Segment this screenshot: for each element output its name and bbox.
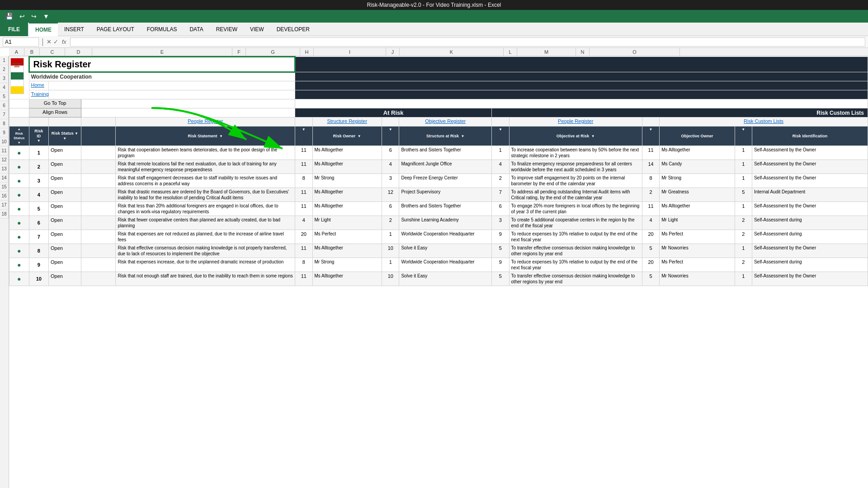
table-row: ● 7 Open Risk that expenses are not redu… (9, 230, 868, 244)
objective-at-risk-col-header: Objective at Risk ▼ (509, 127, 642, 146)
objective-owner-cell: Ms Alltogether (660, 202, 735, 216)
formula-input[interactable] (70, 38, 865, 47)
tab-developer[interactable]: DEVELOPER (270, 23, 316, 36)
row-7: People Register Structure Register Objec… (9, 117, 868, 127)
status-sort-col: ▲ RiskStatus ▼ (9, 127, 29, 146)
col-header-B[interactable]: B (24, 48, 40, 56)
formula-bar: | ✕ ✓ fx (0, 36, 868, 48)
people-register-link-1[interactable]: People Register (188, 118, 223, 124)
tab-data[interactable]: DATA (183, 23, 209, 36)
col-header-E[interactable]: E (92, 48, 232, 56)
objective-register-link-cell[interactable]: Objective Register (399, 117, 492, 127)
objective-at-risk-cell: To create 5 additional cooperative cente… (509, 216, 642, 230)
col-header-C[interactable]: C (40, 48, 65, 56)
structure-register-link[interactable]: Structure Register (327, 118, 367, 124)
people-register-link-2[interactable]: People Register (558, 118, 593, 124)
col-header-F[interactable]: F (232, 48, 246, 56)
tab-file[interactable]: FILE (0, 23, 28, 36)
status-indicator: ● (9, 145, 29, 160)
structure-at-risk-col-header: Structure at Risk ▼ (399, 127, 492, 146)
row-num-18: 18 (0, 210, 9, 219)
risk-id-cell: 6 (29, 216, 49, 230)
formula-cancel-icon[interactable]: ✕ (47, 38, 52, 45)
tab-view[interactable]: VIEW (244, 23, 270, 36)
objective-owner-cell: Ms Perfect (660, 230, 735, 244)
tab-insert[interactable]: INSERT (58, 23, 90, 36)
risk-owner-cell: Mr Light (312, 216, 382, 230)
risk-status-cell: Open (49, 202, 81, 216)
owner-num-cell: 20 (295, 230, 312, 244)
save-icon[interactable]: 💾 (4, 12, 15, 21)
home-link[interactable]: Home (31, 82, 44, 88)
main-table: risk manage able. Risk Register Worldwid… (9, 56, 868, 286)
structure-at-risk-cell: Deep Freeze Energy Center (399, 174, 492, 188)
status-green-dot: ● (17, 247, 21, 254)
fx-label: fx (62, 38, 66, 45)
risk-statement-cell: Risk that staff engagement decreases due… (116, 174, 295, 188)
risk-custom-lists-link-cell[interactable]: Risk Custom Lists (660, 117, 868, 127)
objective-owner-cell: Mr Greatness (660, 188, 735, 202)
subtitle-cell: Worldwide Cooperation (29, 72, 295, 81)
risk-id-cell: 7 (29, 230, 49, 244)
header-dark-2 (295, 72, 868, 81)
formula-divider: | (42, 37, 44, 47)
col-header-H[interactable]: H (300, 48, 314, 56)
table-row: ● 6 Open Risk that fewer cooperative cen… (9, 216, 868, 230)
objective-num-cell: 5 (492, 272, 509, 286)
row-num-16: 16 (0, 192, 9, 201)
structure-num-cell: 10 (382, 272, 399, 286)
col-header-A[interactable]: A (9, 48, 24, 56)
redo-icon[interactable]: ↪ (29, 12, 38, 21)
training-link[interactable]: Training (31, 91, 49, 97)
risk-register-title: Risk Register (29, 57, 295, 72)
risk-identification-cell: Internal Audit Department (752, 188, 868, 202)
cell-reference-input[interactable] (3, 38, 39, 47)
customize-icon[interactable]: ▼ (41, 12, 51, 21)
home-link-cell[interactable]: Home (29, 81, 49, 90)
people-register-link-2-cell[interactable]: People Register (509, 117, 642, 127)
risk-id-cell: 10 (29, 272, 49, 286)
row-num-8: 8 (0, 119, 9, 128)
risk-identification-cell: Self-Assessment by the Owner (752, 160, 868, 174)
col-header-J[interactable]: J (386, 48, 400, 56)
tab-home[interactable]: HOME (29, 23, 58, 36)
formula-confirm-icon[interactable]: ✓ (53, 38, 58, 45)
risk-owner-col-header: Risk Owner ▼ (312, 127, 382, 146)
column-header-row: ▲ RiskStatus ▼ RiskID ▼ Risk Status ▼ (9, 127, 868, 146)
row-num-4: 4 (0, 83, 9, 92)
col-header-D[interactable]: D (65, 48, 92, 56)
col-header-I[interactable]: I (314, 48, 386, 56)
owner-num-cell: 11 (295, 160, 312, 174)
objective-at-risk-cell: To reduce expenses by 10% relative to ou… (509, 258, 642, 272)
risk-statement-cell: Risk that fewer cooperative centers than… (116, 216, 295, 230)
structure-num-cell: 12 (382, 188, 399, 202)
objective-owner-cell: Mr Strong (660, 174, 735, 188)
objective-register-link[interactable]: Objective Register (425, 118, 466, 124)
col-header-O[interactable]: O (590, 48, 680, 56)
table-row: ● 5 Open Risk that less than 20% additio… (9, 202, 868, 216)
people-register-link-1-cell[interactable]: People Register (116, 117, 295, 127)
structure-register-link-cell[interactable]: Structure Register (312, 117, 382, 127)
structure-num-cell: 4 (382, 160, 399, 174)
col-header-N[interactable]: N (576, 48, 590, 56)
col-header-M[interactable]: M (517, 48, 576, 56)
align-rows-button[interactable]: Align Rows (29, 108, 81, 117)
status-indicator: ● (9, 258, 29, 272)
col-header-K[interactable]: K (400, 48, 504, 56)
go-to-top-button[interactable]: Go To Top (29, 99, 81, 108)
objective-owner-cell: Ms Alltogether (660, 145, 735, 160)
row-num-6: 6 (0, 101, 9, 110)
structure-num-cell: 1 (382, 258, 399, 272)
quick-access-toolbar: 💾 ↩ ↪ ▼ (0, 10, 868, 23)
col-header-L[interactable]: L (504, 48, 517, 56)
risk-custom-lists-link[interactable]: Risk Custom Lists (744, 118, 783, 124)
training-link-cell[interactable]: Training (29, 90, 49, 99)
undo-icon[interactable]: ↩ (18, 12, 27, 21)
status-indicator: ● (9, 230, 29, 244)
tab-page-layout[interactable]: PAGE LAYOUT (90, 23, 141, 36)
tab-review[interactable]: REVIEW (210, 23, 244, 36)
col-header-G[interactable]: G (246, 48, 300, 56)
risk-owner-cell: Mr Strong (312, 258, 382, 272)
tab-formulas[interactable]: FORMULAS (141, 23, 184, 36)
risk-identification-cell: Self-Assessment by the Owner (752, 272, 868, 286)
